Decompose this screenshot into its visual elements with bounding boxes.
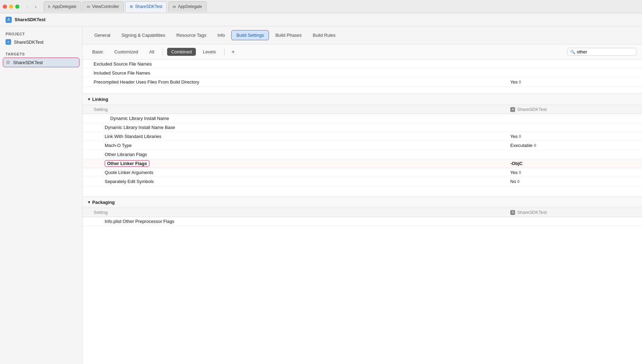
tab-signing[interactable]: Signing & Capabilities xyxy=(116,31,170,40)
table-row: Included Source File Names xyxy=(83,69,642,78)
tab-info[interactable]: Info xyxy=(212,31,230,40)
forward-button[interactable]: › xyxy=(32,3,40,10)
sidebar: PROJECT A ShareSDKTest TARGETS ⚙ ShareSD… xyxy=(0,26,83,364)
target-name2: ShareSDKTest xyxy=(517,210,547,215)
table-row: Link With Standard Libraries Yes ◊ xyxy=(83,132,642,141)
section-spacer xyxy=(83,87,642,94)
filter-divider2 xyxy=(224,49,225,55)
setting-value: No ◊ xyxy=(510,179,642,184)
table-row: Mach-O Type Executable ◊ xyxy=(83,141,642,150)
traffic-lights xyxy=(3,5,19,9)
table-row: Separately Edit Symbols No ◊ xyxy=(83,177,642,186)
filter-add-button[interactable]: + xyxy=(229,48,237,56)
maximize-button[interactable] xyxy=(15,5,19,9)
project-icon: A xyxy=(6,39,11,45)
tab-build-settings[interactable]: Build Settings xyxy=(231,30,269,40)
tab-appdelegate2[interactable]: m AppDelegate xyxy=(168,1,207,12)
targets-section-label: TARGETS xyxy=(0,51,82,58)
setting-name: Quote Linker Arguments xyxy=(91,170,510,175)
linking-column-headers: Setting ⚙ ShareSDKTest xyxy=(83,105,642,114)
filter-levels[interactable]: Levels xyxy=(199,48,220,56)
tab-label: AppDelegate xyxy=(178,4,202,9)
setting-name: Dynamic Library Install Name Base xyxy=(91,125,510,130)
setting-name: Info.plist Other Preprocessor Flags xyxy=(91,219,510,224)
project-icon: ⚙ xyxy=(130,5,133,9)
setting-value: Yes ◊ xyxy=(510,134,642,139)
setting-name: Precompiled Header Uses Files From Build… xyxy=(91,79,510,85)
tab-label: ShareSDKTest xyxy=(135,4,163,9)
setting-value: Yes ◊ xyxy=(510,79,642,85)
tab-appdelegate1[interactable]: h AppDelegate xyxy=(44,1,81,12)
search-icon: 🔍 xyxy=(570,50,575,54)
module-icon2: m xyxy=(173,5,176,9)
filter-basic[interactable]: Basic xyxy=(88,48,107,56)
tab-label: ViewController xyxy=(92,4,119,9)
main-layout: PROJECT A ShareSDKTest TARGETS ⚙ ShareSD… xyxy=(0,26,642,364)
project-section-label: PROJECT xyxy=(0,31,82,37)
tab-build-rules[interactable]: Build Rules xyxy=(308,31,340,40)
chevron-down-icon2: ▾ xyxy=(88,200,90,205)
nav-arrows: ‹ › xyxy=(24,3,40,10)
table-row: Quote Linker Arguments Yes ◊ xyxy=(83,168,642,177)
setting-name: Dynamic Library Install Name xyxy=(96,116,510,121)
app-name: ShareSDKTest xyxy=(15,17,45,22)
content-area: General Signing & Capabilities Resource … xyxy=(83,26,642,364)
target-icon-small2: ⚙ xyxy=(510,210,515,215)
setting-name: Separately Edit Symbols xyxy=(91,179,510,184)
table-row: Precompiled Header Uses Files From Build… xyxy=(83,78,642,87)
app-icon: A xyxy=(6,17,12,23)
setting-value: Executable ◊ xyxy=(510,143,642,148)
table-row: Info.plist Other Preprocessor Flags xyxy=(83,217,642,226)
minimize-button[interactable] xyxy=(9,5,13,9)
title-bar: ‹ › h AppDelegate m ViewController ⚙ Sha… xyxy=(0,0,642,13)
setting-name: Mach-O Type xyxy=(91,143,510,148)
col-target-header: ⚙ ShareSDKTest xyxy=(510,210,642,215)
setting-name: Link With Standard Libraries xyxy=(91,134,510,139)
section-linking-header[interactable]: ▾ Linking xyxy=(83,94,642,105)
packaging-column-headers: Setting ⚙ ShareSDKTest xyxy=(83,208,642,217)
close-button[interactable] xyxy=(3,5,7,9)
filter-all[interactable]: All xyxy=(145,48,158,56)
col-setting-header: Setting xyxy=(91,107,510,112)
table-row-other-linker-flags[interactable]: Other Linker Flags -ObjC xyxy=(83,159,642,168)
table-row: Dynamic Library Install Name xyxy=(83,114,642,123)
packaging-section-title: Packaging xyxy=(92,200,115,205)
tab-sharesdktest-active[interactable]: ⚙ ShareSDKTest xyxy=(125,1,167,12)
filter-bar: Basic Customized All Combined Levels + 🔍 xyxy=(83,44,642,60)
other-linker-flags-label: Other Linker Flags xyxy=(105,160,149,167)
tab-general[interactable]: General xyxy=(89,31,115,40)
module-icon: m xyxy=(87,5,90,9)
chevron-down-icon: ▾ xyxy=(88,97,90,102)
tab-resource-tags[interactable]: Resource Tags xyxy=(172,31,211,40)
back-button[interactable]: ‹ xyxy=(24,3,31,10)
app-header: A ShareSDKTest xyxy=(0,13,642,26)
setting-name: Other Librarian Flags xyxy=(91,152,510,157)
header-icon: h xyxy=(48,5,50,9)
sidebar-item-target[interactable]: ⚙ ShareSDKTest xyxy=(3,58,79,67)
setting-name: Other Linker Flags xyxy=(91,160,510,167)
settings-table: Excluded Source File Names Included Sour… xyxy=(83,60,642,364)
sidebar-project-label: ShareSDKTest xyxy=(14,40,43,45)
sidebar-item-project[interactable]: A ShareSDKTest xyxy=(0,37,82,46)
target-name: ShareSDKTest xyxy=(517,107,547,112)
search-input[interactable] xyxy=(577,49,625,54)
sidebar-target-label: ShareSDKTest xyxy=(13,60,43,65)
setting-value: -ObjC xyxy=(510,161,642,166)
table-row: Other Librarian Flags xyxy=(83,150,642,159)
section-spacer2 xyxy=(83,186,642,197)
filter-combined[interactable]: Combined xyxy=(167,48,196,56)
table-row: Excluded Source File Names xyxy=(83,60,642,69)
gear-icon: ⚙ xyxy=(6,60,10,65)
nav-tabs: General Signing & Capabilities Resource … xyxy=(83,26,642,44)
tab-build-phases[interactable]: Build Phases xyxy=(270,31,306,40)
setting-name: Excluded Source File Names xyxy=(91,61,510,67)
tab-label: AppDelegate xyxy=(52,4,76,9)
section-title: Linking xyxy=(92,97,108,102)
table-row: Dynamic Library Install Name Base xyxy=(83,123,642,132)
filter-divider xyxy=(163,49,163,55)
section-packaging-header[interactable]: ▾ Packaging xyxy=(83,197,642,208)
setting-name: Included Source File Names xyxy=(91,70,510,76)
filter-customized[interactable]: Customized xyxy=(110,48,142,56)
tab-viewcontroller[interactable]: m ViewController xyxy=(83,1,124,12)
setting-value: Yes ◊ xyxy=(510,170,642,175)
